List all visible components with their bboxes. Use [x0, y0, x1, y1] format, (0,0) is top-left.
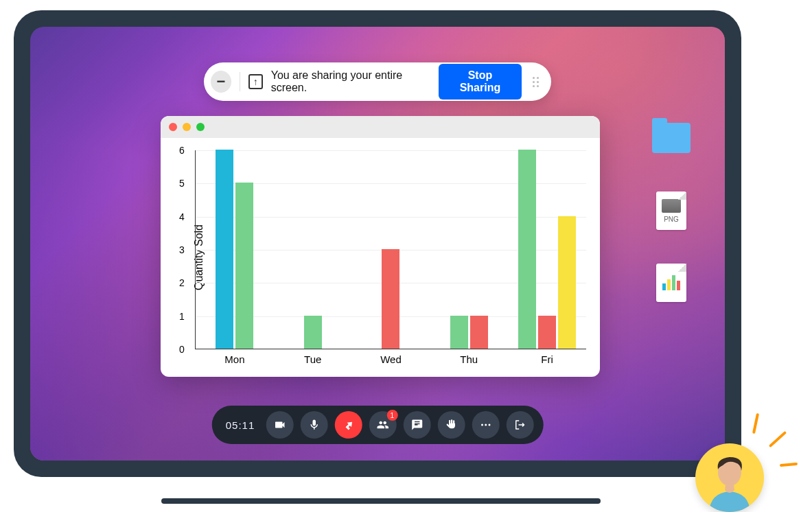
share-screen-button[interactable]	[334, 411, 362, 439]
bar-chart-plot: 0123456MonTueWedThuFri	[195, 150, 586, 349]
svg-point-0	[481, 424, 483, 426]
bar	[450, 316, 468, 349]
tablet-device-frame: − You are sharing your entire screen. St…	[14, 10, 741, 477]
minimize-window-button[interactable]	[183, 123, 191, 131]
x-tick-label: Tue	[304, 353, 321, 365]
leave-call-button[interactable]	[506, 411, 533, 439]
bar-group: Fri	[508, 150, 586, 349]
hand-icon	[445, 419, 457, 431]
bar	[304, 316, 322, 349]
window-titlebar[interactable]	[161, 116, 600, 138]
desktop-png-file-icon[interactable]: PNG	[651, 191, 692, 230]
x-tick-label: Thu	[460, 353, 478, 365]
emphasis-line-icon	[780, 463, 798, 467]
share-status-text: You are sharing your entire screen.	[271, 69, 430, 94]
bar	[235, 183, 253, 349]
collapse-button[interactable]: −	[211, 71, 231, 93]
bar	[216, 150, 233, 349]
camera-icon	[273, 419, 286, 431]
y-tick-label: 0	[179, 344, 185, 355]
drag-handle-icon[interactable]	[530, 77, 539, 87]
microphone-icon	[308, 419, 320, 431]
stop-sharing-button[interactable]: Stop Sharing	[439, 64, 522, 100]
emphasis-line-icon	[769, 431, 787, 447]
divider	[240, 72, 240, 91]
share-arrow-icon	[342, 419, 354, 431]
exit-icon	[513, 419, 526, 431]
call-control-toolbar: 05:11 1	[212, 406, 544, 444]
more-options-button[interactable]	[472, 411, 499, 439]
desktop-folder-icon[interactable]	[651, 123, 692, 153]
camera-button[interactable]	[266, 411, 293, 439]
people-icon	[376, 419, 388, 431]
call-timer: 05:11	[222, 419, 259, 431]
ellipsis-icon	[479, 419, 491, 431]
y-tick-label: 5	[179, 178, 185, 189]
x-tick-label: Mon	[224, 353, 244, 365]
presenter-avatar	[695, 443, 764, 512]
desktop-chart-file-icon[interactable]	[651, 264, 692, 302]
microphone-button[interactable]	[300, 411, 327, 439]
screen-share-toolbar: − You are sharing your entire screen. St…	[204, 62, 551, 101]
y-tick-label: 4	[179, 211, 185, 222]
bar-group: Wed	[352, 150, 430, 349]
emphasis-line-icon	[752, 413, 759, 434]
svg-point-2	[488, 424, 490, 426]
chat-button[interactable]	[403, 411, 430, 439]
y-tick-label: 3	[179, 244, 185, 255]
svg-point-1	[485, 424, 487, 426]
close-window-button[interactable]	[169, 123, 177, 131]
bar	[518, 150, 536, 349]
bar	[470, 316, 488, 349]
file-type-label: PNG	[664, 216, 679, 223]
x-tick-label: Wed	[380, 353, 402, 365]
participants-button[interactable]: 1	[369, 411, 396, 439]
bar-group: Thu	[430, 150, 508, 349]
maximize-window-button[interactable]	[196, 123, 205, 131]
bar	[382, 249, 399, 349]
chat-icon	[410, 419, 423, 431]
x-tick-label: Fri	[541, 353, 553, 365]
desktop-screen: − You are sharing your entire screen. St…	[30, 27, 725, 461]
bar	[558, 216, 576, 349]
share-screen-icon	[248, 74, 263, 89]
raise-hand-button[interactable]	[437, 411, 465, 439]
bar-group: Mon	[196, 150, 274, 349]
chart-app-window[interactable]: Quantity Sold 0123456MonTueWedThuFri	[161, 116, 600, 377]
device-stand	[161, 498, 601, 504]
participants-badge: 1	[386, 410, 397, 421]
y-tick-label: 1	[179, 311, 185, 322]
bar-group: Tue	[274, 150, 352, 349]
person-icon	[702, 450, 757, 512]
chart-area: Quantity Sold 0123456MonTueWedThuFri	[161, 138, 600, 377]
bar	[538, 316, 556, 349]
y-tick-label: 2	[179, 277, 185, 288]
y-tick-label: 6	[179, 145, 185, 156]
